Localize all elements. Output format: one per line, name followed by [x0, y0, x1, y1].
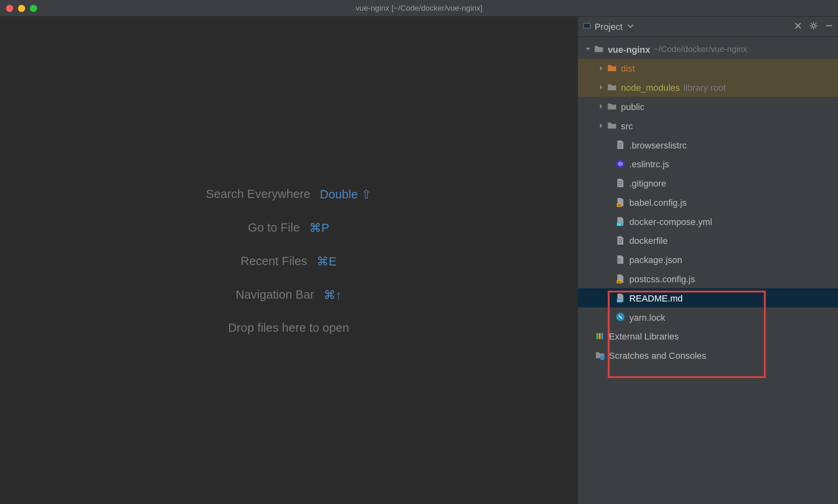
project-view-label: Project: [595, 22, 622, 32]
gear-icon[interactable]: [809, 22, 818, 32]
hint-drop-files: Drop files here to open: [228, 321, 349, 335]
scratches-icon: [595, 350, 605, 360]
svg-rect-1: [584, 24, 590, 28]
tree-folder-name: public: [621, 101, 644, 112]
file-icon: JS: [615, 197, 626, 207]
hint-navigation-bar-shortcut: ⌘↑: [324, 287, 342, 302]
tree-folder[interactable]: dist: [578, 59, 838, 78]
tree-folder[interactable]: src: [578, 116, 838, 135]
file-icon: JS: [615, 273, 626, 284]
svg-rect-16: [619, 239, 622, 239]
svg-text:JS: JS: [617, 280, 621, 284]
svg-point-2: [812, 24, 815, 27]
folder-icon: [606, 120, 617, 131]
svg-rect-3: [826, 25, 832, 27]
svg-rect-26: [599, 333, 600, 339]
window-zoom-button[interactable]: [30, 4, 37, 12]
hint-search-everywhere-shortcut: Double ⇧: [320, 187, 372, 201]
tree-extra[interactable]: Scratches and Consoles: [578, 346, 838, 365]
tree-folder-name: src: [621, 121, 633, 131]
hint-search-everywhere: Search Everywhere: [206, 187, 310, 201]
svg-point-28: [600, 355, 605, 360]
tree-folder[interactable]: public: [578, 97, 838, 116]
expand-arrow-right-icon[interactable]: [596, 65, 606, 71]
tree-file-name: README.md: [629, 293, 683, 303]
tree-extra[interactable]: External Libraries: [578, 326, 838, 346]
tree-file[interactable]: DCdocker-compose.yml: [578, 212, 838, 231]
project-view-selector[interactable]: Project: [583, 22, 635, 32]
libraries-icon: [595, 331, 605, 341]
svg-rect-18: [619, 242, 622, 243]
svg-text:MD: MD: [617, 299, 622, 302]
hint-navigation-bar: Navigation Bar: [236, 288, 314, 302]
tree-file[interactable]: .gitignore: [578, 173, 838, 193]
svg-rect-5: [619, 145, 622, 145]
tree-extra-name: External Libraries: [609, 331, 679, 341]
svg-rect-11: [619, 185, 622, 185]
file-icon: [615, 312, 626, 322]
svg-rect-9: [619, 181, 622, 182]
tree-folder-name: node_modules: [621, 82, 680, 92]
svg-rect-27: [601, 333, 603, 339]
folder-icon: [593, 44, 604, 54]
svg-text:{}: {}: [618, 258, 621, 263]
project-tool-window: Project: [577, 17, 838, 504]
svg-rect-25: [597, 333, 598, 339]
expand-arrow-right-icon[interactable]: [596, 84, 606, 90]
hint-go-to-file-shortcut: ⌘P: [309, 220, 329, 235]
tree-file-name: yarn.lock: [629, 312, 665, 322]
svg-rect-17: [619, 241, 622, 241]
hint-go-to-file: Go to File: [248, 220, 300, 234]
tree-extra-name: Scratches and Consoles: [609, 350, 706, 360]
tree-file-name: package.json: [629, 254, 682, 265]
tree-file-name: .gitignore: [629, 178, 666, 188]
tree-file[interactable]: JSpostcss.config.js: [578, 269, 838, 288]
file-icon: [615, 158, 626, 169]
tree-folder-name: dist: [621, 63, 635, 73]
tree-file[interactable]: .eslintrc.js: [578, 154, 838, 173]
folder-icon: [606, 63, 617, 74]
tree-file[interactable]: MDREADME.md: [578, 288, 838, 308]
file-icon: MD: [615, 292, 626, 303]
expand-arrow-right-icon[interactable]: [596, 104, 606, 110]
project-tree[interactable]: vue-nginx ~/Code/docker/vue-nginx distno…: [578, 37, 838, 504]
tree-file[interactable]: dockerfile: [578, 231, 838, 250]
tree-folder[interactable]: node_moduleslibrary root: [578, 78, 838, 97]
tree-file[interactable]: yarn.lock: [578, 307, 838, 326]
hint-recent-files: Recent Files: [241, 254, 307, 268]
tree-file-name: .browserslistrc: [629, 140, 687, 150]
hint-recent-files-shortcut: ⌘E: [317, 254, 337, 268]
expand-arrow-down-icon[interactable]: [583, 46, 593, 52]
editor-empty-placeholder[interactable]: Search Everywhere Double ⇧ Go to File ⌘P…: [0, 17, 577, 504]
file-icon: DC: [615, 216, 626, 227]
expand-arrow-right-icon[interactable]: [596, 123, 606, 129]
tree-root-name: vue-nginx: [608, 44, 650, 54]
window-titlebar: vue-nginx [~/Code/docker/vue-nginx]: [0, 0, 838, 17]
file-icon: [615, 140, 626, 150]
window-close-button[interactable]: [6, 4, 14, 12]
tree-folder-hint: library root: [683, 82, 726, 92]
tree-file[interactable]: .browserslistrc: [578, 135, 838, 154]
tree-file-name: dockerfile: [629, 235, 668, 245]
folder-icon: [606, 101, 617, 112]
tree-file[interactable]: {}package.json: [578, 250, 838, 269]
file-icon: [615, 235, 626, 246]
project-pane-icon: [583, 22, 591, 32]
file-icon: {}: [615, 254, 626, 265]
tree-root-path: ~/Code/docker/vue-nginx: [654, 44, 747, 54]
tree-file-name: postcss.config.js: [629, 274, 695, 284]
tree-file[interactable]: JSbabel.config.js: [578, 193, 838, 212]
svg-text:DC: DC: [617, 223, 622, 226]
folder-icon: [606, 82, 617, 92]
window-title: vue-nginx [~/Code/docker/vue-nginx]: [0, 4, 838, 13]
svg-text:JS: JS: [617, 203, 621, 207]
scroll-from-source-icon[interactable]: [794, 22, 802, 32]
window-minimize-button[interactable]: [18, 4, 25, 12]
tree-file-name: docker-compose.yml: [629, 216, 712, 227]
svg-rect-6: [619, 146, 622, 147]
svg-rect-4: [619, 143, 622, 143]
chevron-down-icon: [626, 22, 634, 32]
tree-root[interactable]: vue-nginx ~/Code/docker/vue-nginx: [578, 39, 838, 59]
hide-button-icon[interactable]: [825, 22, 833, 32]
file-icon: [615, 178, 626, 188]
